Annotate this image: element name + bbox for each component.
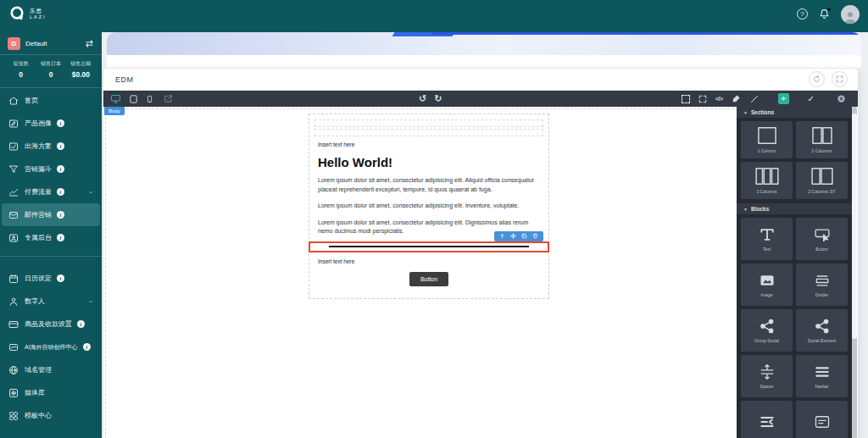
- drag-move-icon[interactable]: [510, 233, 516, 239]
- section-tile-2-columns-3-7[interactable]: 2 Columns 3/7: [796, 162, 848, 199]
- stat-value: 0: [36, 70, 65, 79]
- block-tile-divider[interactable]: Divider: [796, 263, 848, 306]
- device-mobile-button[interactable]: [146, 94, 153, 104]
- refresh-button[interactable]: [809, 71, 825, 87]
- workspace-switch-icon[interactable]: [85, 40, 94, 47]
- sidebar-item-home[interactable]: 首页: [0, 89, 102, 112]
- sidebar-item-label: 商品及收款设置: [25, 319, 72, 329]
- info-icon[interactable]: i: [77, 320, 85, 328]
- device-tablet-button[interactable]: [129, 94, 138, 104]
- tile-label: Group Social: [754, 338, 779, 343]
- info-icon[interactable]: i: [57, 211, 64, 219]
- credit-card-icon: [8, 319, 19, 330]
- sidebar-item-digital-human[interactable]: 数字人: [0, 290, 102, 313]
- code-view-icon[interactable]: </>: [715, 96, 723, 102]
- section-tile-1-column[interactable]: 1 Column: [741, 121, 793, 158]
- section-tile-2-columns[interactable]: 2 Columns: [796, 121, 848, 158]
- move-up-icon[interactable]: [499, 233, 505, 239]
- sidebar-item-marketing-funnel[interactable]: 营销漏斗 i: [0, 158, 102, 180]
- empty-row-placeholder[interactable]: [314, 119, 543, 127]
- add-block-button[interactable]: +: [778, 93, 789, 104]
- notification-bell-icon[interactable]: [819, 8, 830, 19]
- close-editor-icon[interactable]: [837, 94, 846, 103]
- sidebar-divider: [0, 256, 102, 257]
- info-icon[interactable]: i: [57, 119, 64, 127]
- sidebar-item-paid-traffic[interactable]: 付费流量 i: [0, 180, 102, 203]
- sidebar-item-ai-creation-center[interactable]: AI海外营销创作中心 i: [0, 335, 102, 358]
- insert-text-placeholder[interactable]: Insert text here: [318, 141, 540, 147]
- sidebar-item-media-library[interactable]: 媒体库: [0, 381, 102, 404]
- block-tile-spacer[interactable]: Spacer: [741, 355, 793, 397]
- tile-label: Spacer: [760, 384, 774, 389]
- expand-view-icon[interactable]: [698, 95, 707, 103]
- sections-header[interactable]: ▼ Sections: [737, 107, 852, 118]
- sidebar-item-payment-settings[interactable]: 商品及收款设置 i: [0, 313, 102, 335]
- block-tile-image[interactable]: Image: [741, 263, 793, 306]
- duplicate-icon[interactable]: [521, 233, 527, 239]
- undo-icon[interactable]: ↺: [419, 94, 426, 103]
- style-brush-icon[interactable]: [732, 94, 741, 103]
- info-icon[interactable]: i: [57, 142, 64, 150]
- save-check-icon[interactable]: ✓: [808, 94, 815, 103]
- 1-column-icon: [753, 126, 782, 145]
- block-tile-text[interactable]: Text: [741, 218, 793, 260]
- sidebar-item-domain-management[interactable]: 域名管理: [0, 358, 102, 381]
- block-tile-partial-right[interactable]: [796, 401, 848, 438]
- email-button-block[interactable]: Button: [409, 272, 448, 286]
- sidebar-item-label: 付费流量: [25, 187, 52, 197]
- edm-title: EDM: [115, 75, 134, 84]
- block-tile-group-social[interactable]: Group Social: [741, 309, 793, 352]
- delete-icon[interactable]: [532, 233, 538, 239]
- info-icon[interactable]: i: [57, 274, 64, 282]
- email-heading[interactable]: Hello World!: [318, 155, 540, 169]
- traffic-chart-icon: [8, 187, 19, 197]
- email-canvas[interactable]: Body Insert text here Hello World! Lorem…: [103, 107, 745, 438]
- workspace-selector[interactable]: D Default: [0, 34, 102, 53]
- blocks-header[interactable]: ▼ Blocks: [737, 203, 852, 214]
- selected-divider-block[interactable]: [309, 241, 549, 252]
- panel-scrollbar-thumb[interactable]: [852, 114, 857, 339]
- collapse-triangle-icon: ▼: [743, 207, 748, 212]
- sidebar-item-overseas-plan[interactable]: 出海方案 i: [0, 135, 102, 158]
- sidebar-item-product-profile[interactable]: 产品画像 i: [0, 112, 102, 135]
- email-paragraph[interactable]: Lorem ipsum dolor sit amet, consectetur …: [318, 176, 540, 194]
- info-icon[interactable]: i: [57, 188, 64, 196]
- divider-line: [329, 246, 528, 247]
- sidebar-stats: 留资数 0 销售订单 0 销售总额 $0.00: [0, 54, 102, 88]
- block-tile-navbar[interactable]: Navbar: [796, 355, 848, 397]
- device-desktop-button[interactable]: [110, 94, 121, 104]
- info-icon[interactable]: i: [57, 165, 64, 173]
- sidebar-item-template-center[interactable]: 模板中心: [0, 404, 102, 427]
- block-tile-button[interactable]: Button: [796, 218, 848, 260]
- edm-header: EDM: [103, 69, 858, 91]
- home-icon: [8, 96, 19, 106]
- redo-icon[interactable]: ↻: [434, 94, 442, 103]
- panel-scrollbar[interactable]: [852, 107, 857, 438]
- info-icon[interactable]: i: [83, 343, 91, 351]
- fullscreen-button[interactable]: [832, 71, 848, 87]
- block-tile-social-element[interactable]: Social Element: [796, 309, 848, 352]
- plan-icon: [8, 141, 19, 152]
- user-avatar[interactable]: [841, 5, 860, 24]
- insert-text-placeholder[interactable]: Insert text here: [318, 258, 540, 264]
- preview-external-button[interactable]: [164, 94, 173, 103]
- empty-row-placeholder[interactable]: [314, 129, 543, 136]
- sidebar-item-calendar-settings[interactable]: 日历设定 i: [0, 267, 102, 290]
- sidebar-item-email-marketing[interactable]: 邮件营销 i: [2, 203, 100, 226]
- block-tile-partial-left[interactable]: [741, 401, 793, 438]
- email-paragraph[interactable]: Lorem ipsum dolor sit amet, consectetur …: [318, 202, 540, 211]
- help-icon[interactable]: ?: [797, 8, 808, 19]
- sidebar-item-label: 产品画像: [25, 119, 52, 128]
- toggle-outline-icon[interactable]: [682, 95, 690, 103]
- sidebar: D Default 留资数 0 销售订单 0 销售总额 $0.00 首页: [0, 32, 102, 438]
- workspace-avatar: D: [8, 37, 20, 50]
- pen-icon[interactable]: [749, 94, 760, 104]
- page-card: [107, 32, 861, 68]
- section-tile-3-columns[interactable]: 3 Columns: [741, 162, 793, 199]
- info-icon[interactable]: i: [57, 234, 64, 241]
- email-content-container[interactable]: Insert text here Hello World! Lorem ipsu…: [309, 114, 549, 299]
- group-social-icon: [759, 318, 776, 335]
- block-mini-toolbar: [494, 231, 543, 241]
- navbar-icon: [814, 363, 831, 380]
- sidebar-item-exclusive-backend[interactable]: 专属后台 i: [0, 226, 102, 249]
